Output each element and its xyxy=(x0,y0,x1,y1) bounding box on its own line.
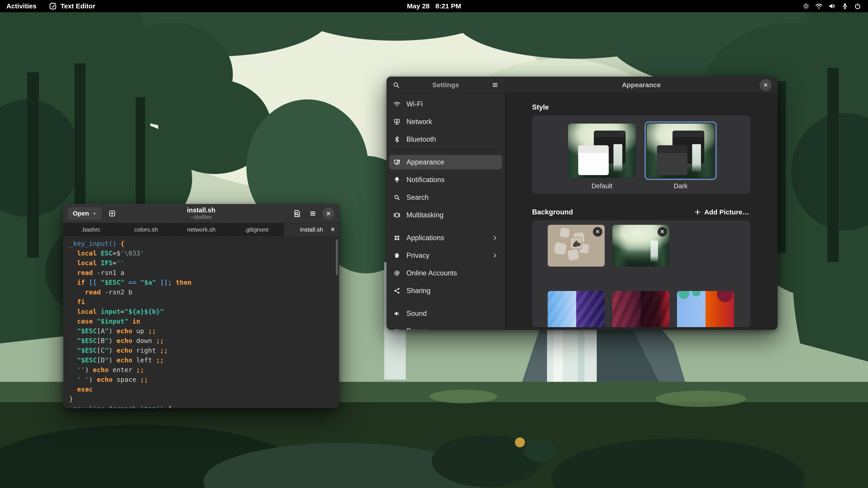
code-area[interactable]: _key_input() { local ESC=$'\033' local I… xyxy=(63,236,339,408)
add-picture-button[interactable]: Add Picture… xyxy=(692,208,750,216)
text-editor-icon xyxy=(49,2,57,10)
appearance-panel: Appearance Style Default xyxy=(505,76,778,330)
search-icon[interactable] xyxy=(393,81,400,89)
mock-window-front-dark xyxy=(657,145,687,175)
sound-icon xyxy=(393,310,401,317)
tab-network-sh[interactable]: network.sh xyxy=(174,223,229,236)
top-bar: Activities Text Editor May 28 8:21 PM xyxy=(0,0,868,12)
sidebar-item-privacy[interactable]: Privacy xyxy=(389,248,502,263)
main-menu-button[interactable] xyxy=(307,207,319,220)
wallpaper-thumb-beige[interactable]: ✕ xyxy=(548,225,604,267)
applications-icon xyxy=(393,234,401,241)
document-search-icon xyxy=(293,209,301,218)
style-option-dark[interactable]: Dark xyxy=(647,124,715,190)
settings-window: Settings Wi-Fi Network Bluetooth Appeara… xyxy=(386,76,778,330)
chevron-right-icon xyxy=(492,235,498,241)
chevron-right-icon xyxy=(492,252,498,259)
remove-wallpaper-button[interactable]: ✕ xyxy=(657,227,667,236)
time-label: 8:21 PM xyxy=(435,2,461,10)
style-section-label: Style xyxy=(532,103,750,111)
multitasking-icon xyxy=(393,212,401,219)
search-icon xyxy=(393,194,401,201)
panel-headerbar[interactable]: Appearance xyxy=(505,76,778,93)
background-section-label: Background xyxy=(532,208,573,216)
menu-icon xyxy=(309,209,317,218)
sidebar-item-wifi[interactable]: Wi-Fi xyxy=(389,97,502,111)
sidebar-item-search[interactable]: Search xyxy=(389,190,502,205)
style-card: Default Dark xyxy=(532,116,750,194)
tab-gitignore[interactable]: .gitignore xyxy=(229,223,284,236)
privacy-icon xyxy=(393,252,401,259)
microphone-icon xyxy=(841,2,848,10)
sidebar-headerbar[interactable]: Settings xyxy=(386,76,505,93)
tab-install-sh[interactable]: install.sh ✕ xyxy=(284,223,339,236)
tab-bashrc[interactable]: .bashrc xyxy=(63,223,118,236)
code-lines: _key_input() { local ESC=$'\033' local I… xyxy=(69,239,339,408)
sidebar-nav: Wi-Fi Network Bluetooth Appearance Notif… xyxy=(386,93,505,330)
focused-app-menu[interactable]: Text Editor xyxy=(49,2,95,10)
sidebar-item-multitasking[interactable]: Multitasking xyxy=(389,208,502,222)
brightness-icon xyxy=(802,2,810,10)
style-preview-dark[interactable] xyxy=(647,124,715,178)
power-icon xyxy=(854,2,861,10)
preset-wallpapers-row xyxy=(532,287,750,327)
style-preview-default[interactable] xyxy=(568,124,636,178)
sidebar-item-network[interactable]: Network xyxy=(389,115,502,129)
new-tab-button[interactable] xyxy=(106,207,119,220)
sidebar-item-applications[interactable]: Applications xyxy=(389,231,502,245)
sidebar-separator xyxy=(391,225,501,226)
close-window-button[interactable] xyxy=(760,79,772,91)
wallpaper-thumb-drips[interactable] xyxy=(677,291,734,327)
panel-title: Appearance xyxy=(622,81,661,89)
user-wallpapers-row: ✕ ✕ xyxy=(532,220,750,267)
close-window-button[interactable] xyxy=(322,207,335,220)
document-title: install.sh ~/dotfiles xyxy=(187,206,215,220)
wifi-icon xyxy=(393,101,401,108)
volume-icon xyxy=(828,2,836,10)
document-name: install.sh xyxy=(187,206,215,214)
mock-window-front-light xyxy=(578,145,609,175)
tab-close-icon[interactable]: ✕ xyxy=(331,226,335,233)
wallpaper-thumb-red-swirl[interactable] xyxy=(612,291,669,327)
sidebar-item-bluetooth[interactable]: Bluetooth xyxy=(389,132,502,147)
bluetooth-icon xyxy=(393,136,401,143)
text-editor-headerbar[interactable]: Open install.sh ~/dotfiles xyxy=(63,204,339,223)
sidebar-title: Settings xyxy=(432,81,459,89)
chevron-down-icon xyxy=(92,211,97,216)
sidebar-item-power[interactable]: Power xyxy=(389,324,502,330)
wallpaper-thumb-forest[interactable]: ✕ xyxy=(612,225,669,267)
network-icon xyxy=(393,118,401,125)
selection-ring xyxy=(645,122,717,180)
new-tab-icon xyxy=(108,209,116,218)
sidebar-item-appearance[interactable]: Appearance xyxy=(389,155,502,169)
sidebar-item-notifications[interactable]: Notifications xyxy=(389,173,502,187)
open-button[interactable]: Open xyxy=(68,207,102,220)
activities-button[interactable]: Activities xyxy=(6,2,36,10)
date-label: May 28 xyxy=(407,2,430,10)
document-path: ~/dotfiles xyxy=(187,215,215,220)
wallpaper-thumb-blue-geometric[interactable] xyxy=(548,291,604,327)
online-accounts-icon: @ xyxy=(393,269,401,277)
sidebar-item-sound[interactable]: Sound xyxy=(389,306,502,321)
svg-text:@: @ xyxy=(394,269,400,276)
sidebar-item-sharing[interactable]: Sharing xyxy=(389,284,502,298)
background-card: ✕ ✕ xyxy=(532,220,750,327)
power-icon xyxy=(393,328,401,330)
notifications-icon xyxy=(393,176,401,184)
style-option-default[interactable]: Default xyxy=(568,124,636,190)
wifi-icon xyxy=(815,2,823,10)
editor-scrollbar[interactable] xyxy=(336,239,338,275)
clock[interactable]: May 28 8:21 PM xyxy=(407,2,461,10)
system-status-area[interactable] xyxy=(802,2,868,10)
remove-wallpaper-button[interactable]: ✕ xyxy=(593,227,602,236)
appearance-icon xyxy=(393,159,401,166)
menu-icon[interactable] xyxy=(491,81,499,89)
plus-icon xyxy=(694,208,701,216)
tab-colors-sh[interactable]: colors.sh xyxy=(118,223,174,236)
close-icon xyxy=(326,211,331,216)
sidebar-item-online-accounts[interactable]: @ Online Accounts xyxy=(389,266,502,281)
document-search-button[interactable] xyxy=(291,207,303,220)
panel-body: Style Default Dark xyxy=(505,93,778,330)
sidebar-separator xyxy=(391,301,501,301)
tab-bar: .bashrc colors.sh network.sh .gitignore … xyxy=(63,223,339,236)
